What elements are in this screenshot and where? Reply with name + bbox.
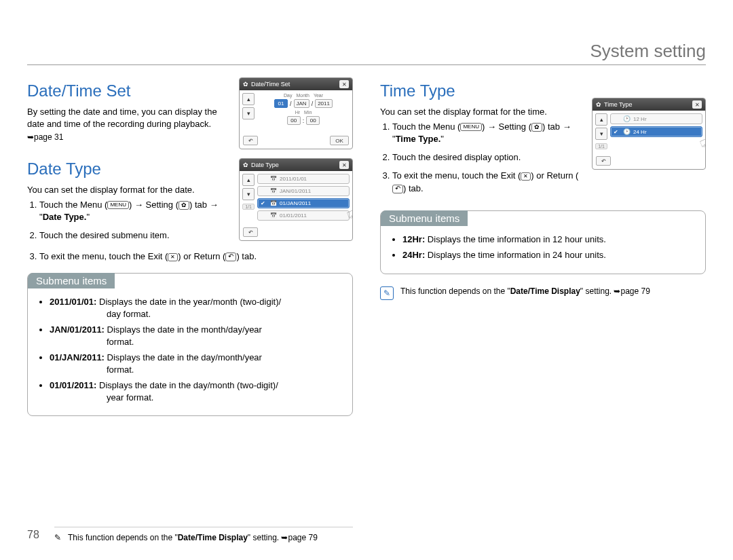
step-1: Touch the Menu (MENU) → Setting () tab →…: [392, 121, 582, 147]
menu-icon: MENU: [107, 201, 129, 209]
submenu-tab: Submenu items: [381, 210, 468, 226]
down-button: ▾: [242, 107, 255, 119]
return-icon: [225, 253, 236, 261]
date-time-set-desc: By setting the date and time, you can di…: [27, 106, 229, 130]
page-number: 78: [27, 529, 39, 541]
return-icon: [392, 185, 403, 193]
right-column: Time Type You can set the display format…: [380, 77, 706, 416]
step-3: To exit the menu, touch the Exit () or R…: [392, 170, 582, 195]
page-ref-31: ➥page 31: [27, 132, 229, 142]
menu-icon: MENU: [460, 123, 482, 131]
time-type-submenu: Submenu items 12Hr: Displays the time in…: [380, 210, 706, 274]
submenu-item: 2011/01/01: Displays the date in the yea…: [50, 296, 343, 320]
page-indicator: 1/1: [595, 143, 607, 149]
date-type-submenu: Submenu items 2011/01/01: Displays the d…: [27, 273, 353, 416]
date-type-steps: Touch the Menu (MENU) → Setting () tab →…: [27, 199, 229, 243]
close-icon: [168, 253, 178, 261]
time-type-desc: You can set the display format for the t…: [380, 106, 582, 118]
gear-icon: [178, 201, 189, 210]
submenu-item: 01/01/2011: Displays the date in the day…: [50, 379, 343, 403]
date-type-step3: To exit the menu, touch the Exit () or R…: [27, 250, 353, 263]
down-button: ▾: [242, 188, 255, 200]
up-button: ▴: [242, 174, 255, 186]
gear-icon: [243, 81, 251, 88]
date-type-desc: You can set the display format for the d…: [27, 184, 229, 196]
option-row: 12 Hr: [610, 113, 702, 124]
gear-icon: [531, 123, 542, 132]
up-button: ▴: [595, 113, 607, 126]
info-icon: ✎: [54, 533, 61, 542]
date-time-set-heading: Date/Time Set: [27, 81, 229, 100]
submenu-item: 12Hr: Displays the time information in 1…: [402, 234, 696, 246]
close-icon: ✕: [692, 100, 702, 109]
date-time-set-screenshot: Date/Time Set ✕ ▴ ▾ Day Month Year: [239, 77, 353, 149]
ok-button: OK: [330, 136, 349, 145]
time-type-heading: Time Type: [380, 81, 582, 100]
return-icon: ↶: [243, 136, 258, 145]
close-icon: ✕: [339, 161, 349, 169]
time-type-screenshot: Time Type ✕ ▴ ▾ 1/1 12 Hr 24 Hr ↶: [592, 98, 706, 170]
step-2: Touch the desired display option.: [392, 151, 582, 164]
submenu-tab: Submenu items: [28, 273, 115, 288]
page-indicator: 1/1: [242, 204, 255, 210]
close-icon: [521, 172, 531, 181]
submenu-item: JAN/01/2011: Displays the date in the mo…: [50, 324, 343, 348]
page-header: System setting: [27, 41, 706, 65]
return-icon: ↶: [243, 227, 258, 237]
date-type-screenshot: Date Type ✕ ▴ ▾ 1/1 2011/01/01 JAN/01/20…: [239, 158, 353, 241]
step-1: Touch the Menu (MENU) → Setting () tab →…: [39, 199, 229, 225]
close-icon: ✕: [339, 80, 349, 88]
option-row: 01/01/2011: [257, 210, 350, 221]
step-2: Touch the desired submenu item.: [39, 229, 229, 242]
time-type-steps: Touch the Menu (MENU) → Setting () tab →…: [380, 121, 582, 195]
header-title: System setting: [27, 41, 706, 62]
option-row: JAN/01/2011: [257, 186, 350, 196]
gear-icon: [243, 162, 251, 168]
left-note: ✎ This function depends on the "Date/Tim…: [54, 527, 353, 542]
down-button: ▾: [595, 128, 607, 140]
submenu-item: 01/JAN/2011: Displays the date in the da…: [50, 352, 343, 375]
submenu-item: 24Hr: Displays the time information in 2…: [402, 249, 696, 261]
step-3: To exit the menu, touch the Exit () or R…: [39, 250, 353, 263]
return-icon: ↶: [596, 156, 611, 166]
left-column: Date/Time Set By setting the date and ti…: [27, 77, 353, 416]
option-row-selected: 24 Hr: [610, 126, 702, 137]
right-note: ✎ This function depends on the "Date/Tim…: [380, 286, 706, 300]
gear-icon: [596, 101, 604, 108]
option-row-selected: 01/JAN/2011: [257, 198, 350, 208]
info-icon: ✎: [380, 286, 394, 300]
up-button: ▴: [242, 93, 255, 105]
date-type-heading: Date Type: [27, 160, 229, 179]
option-row: 2011/01/01: [257, 174, 350, 184]
